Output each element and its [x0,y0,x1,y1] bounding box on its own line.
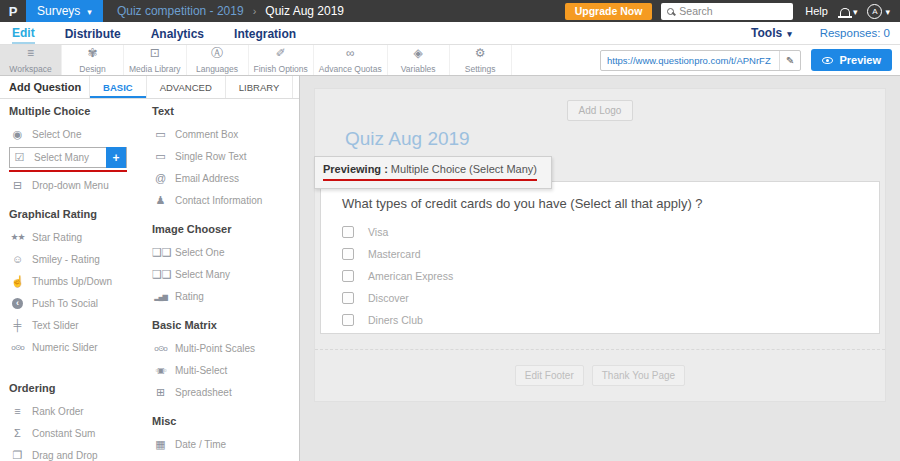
help-link[interactable]: Help [805,5,828,17]
survey-url-box: ✎ [600,50,801,71]
responses-count[interactable]: Responses: 0 [820,27,890,39]
section-ordering: Ordering≡Rank OrderΣConstant Sum❐Drag an… [9,382,152,461]
single-row-text-icon: ▭ [152,151,169,162]
main-nav: EditDistributeAnalyticsIntegration Tools… [0,22,900,45]
question-type-drop-down-menu[interactable]: ⊟Drop-down Menu [9,175,152,196]
toolbar-item-workspace[interactable]: ≡Workspace [0,45,62,75]
checkbox[interactable] [342,226,354,238]
question-type-select-many[interactable]: ☑Select Many+ [9,147,127,168]
section-multiple-choice: Multiple Choice◉Select One☑Select Many+⊟… [9,105,152,196]
panel-tab-advanced[interactable]: ADVANCED [146,76,225,98]
chevron-down-icon [87,4,92,18]
edit-footer-button[interactable]: Edit Footer [515,365,584,386]
design-icon: ✾ [87,47,97,60]
upgrade-now-button[interactable]: Upgrade Now [565,3,653,20]
section-basic-matrix: Basic Matrixo⊙oMulti-Point Scales▫▣▫Mult… [152,319,298,403]
checkbox[interactable] [342,292,354,304]
panel-tab-library[interactable]: LIBRARY [225,76,292,98]
question-type-label: Spreadsheet [175,387,232,398]
comment-box-icon: ▭ [152,129,169,140]
preview-button[interactable]: Preview [811,49,892,71]
question-type-multi-select[interactable]: ▫▣▫Multi-Select [152,360,298,381]
search-input[interactable] [679,5,787,17]
section-title: Image Chooser [152,223,298,235]
question-type-rank-order[interactable]: ≡Rank Order [9,401,152,422]
tools-menu[interactable]: Tools [751,26,792,40]
question-type-smiley-rating[interactable]: ☺Smiley - Rating [9,249,152,270]
surveys-menu[interactable]: Surveys [26,0,103,22]
question-type-contact-information[interactable]: ♟Contact Information [152,190,298,211]
panel-tab-basic[interactable]: BASIC [89,76,146,98]
nav-tab-distribute[interactable]: Distribute [65,22,121,44]
add-logo-button[interactable]: Add Logo [567,100,634,121]
survey-title[interactable]: Quiz Aug 2019 [345,128,885,150]
question-type-label: Comment Box [175,129,238,140]
question-type-thumbs-up-down[interactable]: ☝Thumbs Up/Down [9,271,152,292]
edit-url-icon[interactable]: ✎ [779,51,800,70]
topbar-spacer [358,0,565,22]
add-question-button[interactable]: + [106,147,126,168]
dropdown-menu-icon: ⊟ [9,180,26,191]
question-type-multi-point-scales[interactable]: o⊙oMulti-Point Scales [152,338,298,359]
question-type-select-one[interactable]: ◉Select One [9,124,152,145]
thank-you-page-button[interactable]: Thank You Page [592,365,685,386]
question-card[interactable]: What types of credit cards do you have (… [320,181,880,334]
option-row: Mastercard [342,248,858,260]
toolbar-item-variables[interactable]: ◈Variables [388,45,450,75]
question-type-label: Drag and Drop [32,450,98,461]
option-row: Visa [342,226,858,238]
question-type-single-row-text[interactable]: ▭Single Row Text [152,146,298,167]
topbar: P Surveys Quiz competition - 2019 › Quiz… [0,0,900,22]
highlight-underline [9,170,127,172]
nav-tab-analytics[interactable]: Analytics [151,22,204,44]
notifications-menu[interactable] [840,0,858,22]
question-type-email-address[interactable]: @Email Address [152,168,298,189]
question-type-select-many[interactable]: ❑❑Select Many [152,264,298,285]
toolbar-item-finish-options[interactable]: ✐Finish Options [249,45,314,75]
checkbox[interactable] [342,248,354,260]
variables-icon: ◈ [414,47,423,60]
main-area: Add Question BASICADVANCEDLIBRARYCANVAS … [0,76,900,461]
question-type-drag-and-drop[interactable]: ❐Drag and Drop [9,445,152,461]
image-select-one-icon: ❑❑ [152,247,169,258]
section-text: Text▭Comment Box▭Single Row Text@Email A… [152,105,298,211]
checkbox[interactable] [342,314,354,326]
question-type-label: Select One [32,129,81,140]
survey-url-input[interactable] [601,55,779,66]
question-type-date-time[interactable]: ▦Date / Time [152,434,298,455]
question-type-text-slider[interactable]: ╪Text Slider [9,315,152,336]
checkbox[interactable] [342,270,354,282]
toolbar-item-design[interactable]: ✾Design [62,45,124,75]
account-menu[interactable]: A [867,0,890,22]
toolbar-item-languages[interactable]: ⒶLanguages [187,45,249,75]
nav-tab-edit[interactable]: Edit [12,22,35,44]
toolbar-item-media-library[interactable]: ⊡Media Library [124,45,187,75]
option-label: Mastercard [368,248,421,260]
nav-tabs: EditDistributeAnalyticsIntegration [12,22,296,44]
question-type-captcha[interactable]: ⊠Captcha [152,456,298,461]
add-question-header: Add Question BASICADVANCEDLIBRARYCANVAS … [0,76,299,99]
toolbar-item-settings[interactable]: ⚙Settings [450,45,512,75]
toolbar-item-label: Media Library [129,64,181,74]
question-type-rating[interactable]: ▂▄▆Rating [152,286,298,307]
question-type-label: Contact Information [175,195,262,206]
question-type-column-0: Multiple Choice◉Select One☑Select Many+⊟… [9,105,152,461]
question-type-spreadsheet[interactable]: ⊞Spreadsheet [152,382,298,403]
multi-select-icon: ▫▣▫ [152,367,169,375]
question-type-comment-box[interactable]: ▭Comment Box [152,124,298,145]
option-label: Diners Club [368,314,423,326]
languages-icon: Ⓐ [211,47,223,60]
question-type-star-rating[interactable]: ★★Star Rating [9,227,152,248]
question-type-constant-sum[interactable]: ΣConstant Sum [9,423,152,444]
search-box[interactable] [661,3,793,20]
breadcrumb-parent[interactable]: Quiz competition - 2019 [117,4,244,18]
questionpro-logo-icon[interactable]: P [0,0,26,22]
question-type-label: Thumbs Up/Down [32,276,112,287]
nav-tab-integration[interactable]: Integration [234,22,296,44]
bell-icon [840,8,850,16]
toolbar-item-advance-quotas[interactable]: ∞Advance Quotas [314,45,388,75]
question-type-select-one[interactable]: ❑❑Select One [152,242,298,263]
question-type-numeric-slider[interactable]: o⊙oNumeric Slider [9,337,152,358]
question-type-push-to-social[interactable]: ‹Push To Social [9,293,152,314]
option-row: Diners Club [342,314,858,326]
